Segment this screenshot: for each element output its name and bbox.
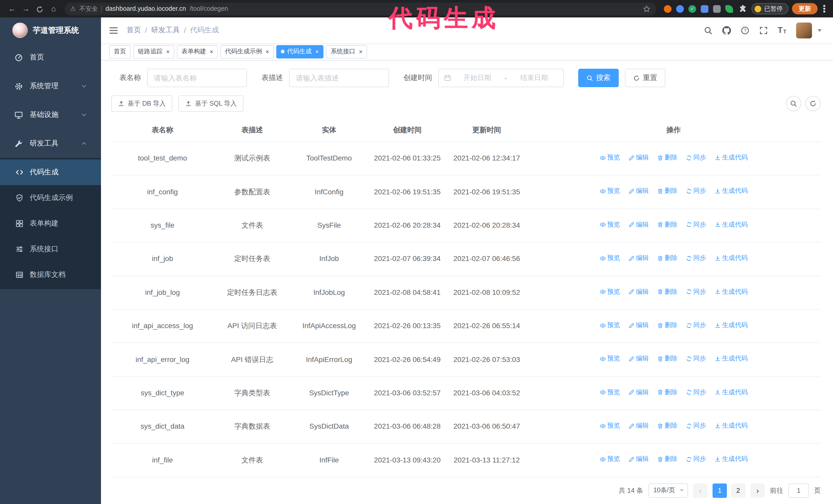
- action-delete-link[interactable]: 删除: [657, 220, 677, 230]
- toggle-search-button[interactable]: [786, 96, 801, 111]
- extension-orange-icon[interactable]: [664, 5, 671, 13]
- close-tab-icon[interactable]: ×: [166, 48, 170, 55]
- table-name-input[interactable]: [147, 69, 247, 87]
- action-edit-link[interactable]: 编辑: [628, 354, 649, 364]
- extension-leaf-icon[interactable]: [725, 5, 733, 13]
- reload-button[interactable]: [33, 0, 47, 18]
- action-sync-link[interactable]: 同步: [686, 220, 706, 230]
- tab-5[interactable]: 系统接口×: [326, 45, 367, 58]
- bookmark-star-icon[interactable]: [643, 5, 650, 13]
- action-delete-link[interactable]: 删除: [657, 320, 677, 331]
- action-generate-link[interactable]: 生成代码: [714, 220, 748, 230]
- start-date-placeholder[interactable]: 开始日期: [453, 73, 502, 82]
- action-edit-link[interactable]: 编辑: [628, 253, 649, 263]
- close-tab-icon[interactable]: ×: [210, 48, 213, 55]
- tab-3[interactable]: 代码生成示例×: [220, 45, 274, 58]
- prev-page-button[interactable]: ‹: [693, 483, 708, 498]
- page-2-button[interactable]: 2: [731, 483, 745, 498]
- address-bar[interactable]: ⚠ 不安全 dashboard.yudao.iocoder.cn /tool/c…: [65, 2, 656, 15]
- close-tab-icon[interactable]: ×: [359, 48, 362, 55]
- browser-menu-kebab-icon[interactable]: [821, 0, 828, 18]
- close-tab-icon[interactable]: ×: [265, 48, 269, 55]
- action-edit-link[interactable]: 编辑: [628, 287, 649, 297]
- page-1-button[interactable]: 1: [713, 483, 727, 498]
- action-generate-link[interactable]: 生成代码: [714, 354, 748, 364]
- action-edit-link[interactable]: 编辑: [628, 455, 649, 464]
- tab-2[interactable]: 表单构建×: [177, 45, 218, 58]
- extension-people-icon[interactable]: [701, 5, 709, 13]
- extension-green-check-icon[interactable]: ✓: [688, 5, 696, 13]
- back-button[interactable]: ←: [5, 0, 19, 18]
- action-edit-link[interactable]: 编辑: [628, 320, 649, 331]
- action-edit-link[interactable]: 编辑: [628, 220, 649, 230]
- home-button[interactable]: ⌂: [47, 0, 61, 18]
- action-generate-link[interactable]: 生成代码: [714, 320, 748, 331]
- breadcrumb-item-1[interactable]: 研发工具: [151, 26, 180, 35]
- date-range-picker[interactable]: 开始日期 - 结束日期: [438, 69, 564, 87]
- action-sync-link[interactable]: 同步: [686, 354, 706, 364]
- action-sync-link[interactable]: 同步: [686, 253, 706, 263]
- close-tab-icon[interactable]: ×: [315, 48, 319, 55]
- submenu-item-2[interactable]: 表单构建: [0, 211, 101, 236]
- goto-page-input[interactable]: [788, 483, 809, 498]
- action-generate-link[interactable]: 生成代码: [714, 253, 748, 263]
- action-generate-link[interactable]: 生成代码: [714, 421, 748, 431]
- fullscreen-icon[interactable]: [759, 26, 768, 34]
- action-generate-link[interactable]: 生成代码: [714, 186, 748, 196]
- action-edit-link[interactable]: 编辑: [628, 186, 649, 196]
- sidebar-item-1[interactable]: 系统管理: [0, 72, 101, 100]
- github-icon[interactable]: [722, 26, 731, 34]
- sidebar-item-0[interactable]: 首页: [0, 43, 101, 72]
- help-icon[interactable]: [741, 26, 749, 34]
- tab-0[interactable]: 首页: [109, 45, 131, 58]
- tab-4[interactable]: 代码生成×: [276, 45, 324, 58]
- extensions-puzzle-icon[interactable]: [739, 5, 747, 13]
- table-desc-input[interactable]: [289, 69, 389, 87]
- action-sync-link[interactable]: 同步: [686, 186, 706, 196]
- action-preview-link[interactable]: 预览: [599, 421, 620, 431]
- action-delete-link[interactable]: 删除: [657, 287, 677, 297]
- search-button[interactable]: 搜索: [578, 69, 619, 87]
- import-sql-button[interactable]: 基于 SQL 导入: [178, 95, 243, 112]
- action-generate-link[interactable]: 生成代码: [714, 387, 748, 398]
- action-generate-link[interactable]: 生成代码: [714, 287, 748, 297]
- action-sync-link[interactable]: 同步: [686, 387, 706, 398]
- user-avatar[interactable]: [796, 22, 812, 38]
- action-sync-link[interactable]: 同步: [686, 455, 706, 464]
- sidebar-item-3[interactable]: 研发工具: [0, 129, 101, 158]
- submenu-item-4[interactable]: 数据库文档: [0, 262, 101, 288]
- action-delete-link[interactable]: 删除: [657, 421, 677, 431]
- action-delete-link[interactable]: 删除: [657, 186, 677, 196]
- action-preview-link[interactable]: 预览: [599, 354, 620, 364]
- caret-down-icon[interactable]: [818, 29, 822, 31]
- action-sync-link[interactable]: 同步: [686, 153, 706, 163]
- action-sync-link[interactable]: 同步: [686, 320, 706, 331]
- action-delete-link[interactable]: 删除: [657, 387, 677, 398]
- action-edit-link[interactable]: 编辑: [628, 421, 649, 431]
- extension-blue-icon[interactable]: [676, 5, 684, 13]
- action-preview-link[interactable]: 预览: [599, 320, 620, 331]
- action-sync-link[interactable]: 同步: [686, 287, 706, 297]
- action-preview-link[interactable]: 预览: [599, 287, 620, 297]
- app-logo[interactable]: 芋道管理系统: [0, 18, 101, 43]
- next-page-button[interactable]: ›: [751, 483, 765, 498]
- action-preview-link[interactable]: 预览: [599, 186, 620, 196]
- action-delete-link[interactable]: 删除: [657, 354, 677, 364]
- font-size-icon[interactable]: [778, 26, 786, 34]
- action-edit-link[interactable]: 编辑: [628, 153, 649, 163]
- tab-1[interactable]: 链路追踪×: [133, 45, 174, 58]
- action-delete-link[interactable]: 删除: [657, 253, 677, 263]
- update-button[interactable]: 更新: [792, 3, 818, 14]
- submenu-item-3[interactable]: 系统接口: [0, 236, 101, 262]
- reset-button[interactable]: 重置: [625, 69, 665, 87]
- submenu-item-0[interactable]: 代码生成: [0, 160, 101, 185]
- action-preview-link[interactable]: 预览: [599, 253, 620, 263]
- refresh-table-button[interactable]: [805, 96, 821, 111]
- paused-badge[interactable]: 已暂停: [752, 3, 788, 14]
- forward-button[interactable]: →: [19, 0, 33, 18]
- extension-gray-icon[interactable]: [713, 5, 721, 13]
- action-edit-link[interactable]: 编辑: [628, 387, 649, 398]
- sidebar-toggle-icon[interactable]: [109, 25, 118, 35]
- action-preview-link[interactable]: 预览: [599, 455, 620, 464]
- sidebar-item-2[interactable]: 基础设施: [0, 100, 101, 129]
